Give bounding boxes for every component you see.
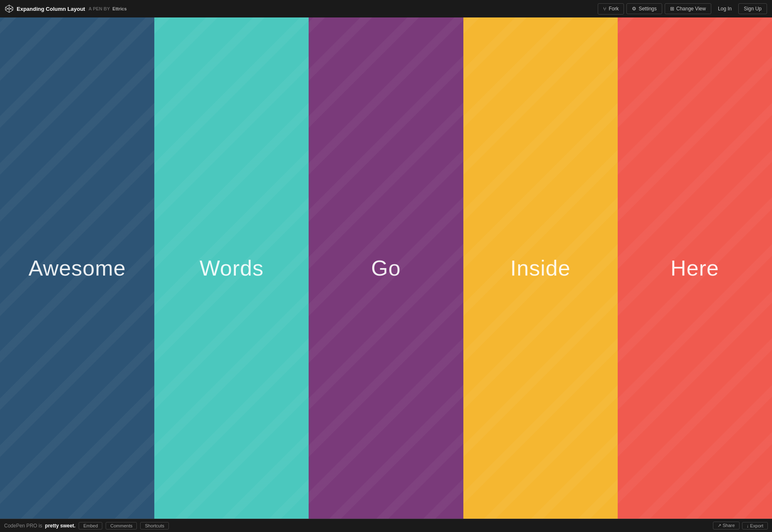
column-go-label: Go	[371, 256, 401, 281]
login-button[interactable]: Log In	[714, 4, 736, 14]
share-icon: ↗	[718, 523, 721, 528]
settings-icon: ⚙	[632, 6, 636, 12]
promo-text: CodePen PRO is pretty sweet.	[4, 523, 75, 529]
topbar-left: Expanding Column Layout A PEN BY Ettrics	[5, 5, 127, 13]
shortcuts-button[interactable]: Shortcuts	[140, 522, 168, 530]
comments-button[interactable]: Comments	[106, 522, 137, 530]
bottombar-right: ↗ Share ↓ Export	[713, 522, 768, 530]
codepen-logo	[5, 5, 13, 13]
column-awesome-label: Awesome	[28, 256, 126, 281]
signup-button[interactable]: Sign Up	[738, 3, 767, 14]
fork-icon: ⑂	[603, 6, 606, 12]
promo-bold: pretty sweet.	[45, 523, 75, 529]
change-view-button[interactable]: ⊞ Change View	[665, 3, 711, 14]
pen-author: A PEN BY Ettrics	[89, 6, 127, 11]
column-here[interactable]: Here	[618, 17, 772, 519]
bottombar-left: CodePen PRO is pretty sweet. Embed Comme…	[4, 522, 169, 530]
column-inside-label: Inside	[510, 256, 571, 281]
change-view-icon: ⊞	[670, 6, 674, 12]
main-area: Awesome Words Go Inside Here	[0, 17, 772, 519]
export-icon: ↓	[747, 523, 749, 528]
pen-title: Expanding Column Layout	[17, 6, 85, 12]
column-inside[interactable]: Inside	[463, 17, 618, 519]
pen-author-name: Ettrics	[112, 6, 126, 11]
export-button[interactable]: ↓ Export	[742, 522, 768, 530]
column-awesome[interactable]: Awesome	[0, 17, 154, 519]
settings-button[interactable]: ⚙ Settings	[626, 3, 662, 14]
topbar-right: ⑂ Fork ⚙ Settings ⊞ Change View Log In S…	[598, 3, 767, 15]
embed-button[interactable]: Embed	[79, 522, 102, 530]
column-words[interactable]: Words	[154, 17, 309, 519]
column-go[interactable]: Go	[309, 17, 463, 519]
column-here-label: Here	[671, 256, 719, 281]
pen-author-prefix: A PEN BY	[89, 6, 110, 11]
fork-button[interactable]: ⑂ Fork	[598, 3, 624, 15]
topbar: Expanding Column Layout A PEN BY Ettrics…	[0, 0, 772, 17]
share-button[interactable]: ↗ Share	[713, 522, 739, 530]
column-words-label: Words	[200, 256, 264, 281]
bottombar: CodePen PRO is pretty sweet. Embed Comme…	[0, 519, 772, 532]
